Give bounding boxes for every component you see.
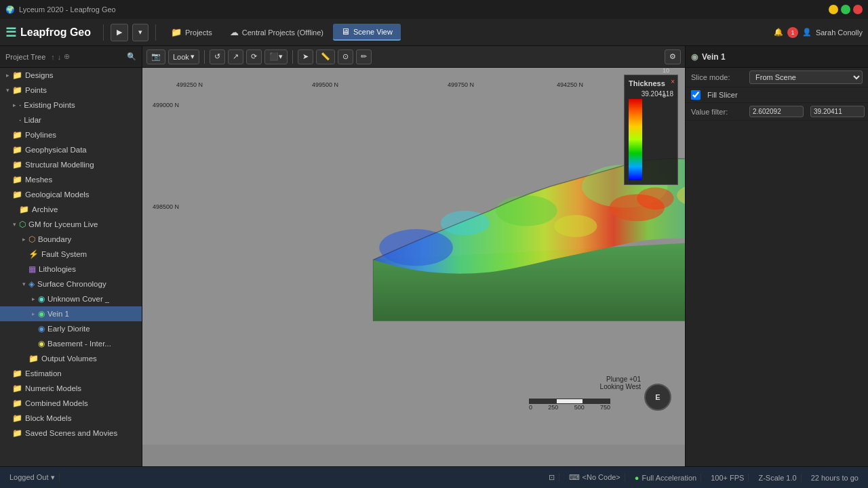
user-name: Sarah Conolly [816,28,863,37]
sidebar-item-numeric-models[interactable]: 📁Numeric Models [0,381,142,396]
sidebar-item-boundary[interactable]: ▸⬡Boundary [0,232,142,247]
sidebar-item-early-diorite[interactable]: ◉Early Diorite [0,321,142,336]
sidebar-item-output-volumes[interactable]: 📁Output Volumes [0,351,142,366]
search-button[interactable]: 🔍 [127,52,136,61]
sidebar-item-gm-lyceum[interactable]: ▾⬡GM for Lyceum Live [0,217,142,232]
sidebar-item-lithologies[interactable]: ▦Lithologies [0,262,142,277]
sidebar-item-fault-system[interactable]: ⚡Fault System [0,247,142,262]
fill-slicer-checkbox[interactable] [691,90,701,100]
value-filter-max-input[interactable] [810,106,865,117]
tree-icon-polylines: 📁 [12,130,22,140]
value-filter-label: Value filter: [691,108,745,116]
sidebar-item-estimation[interactable]: 📁Estimation [0,366,142,381]
sidebar-item-points[interactable]: ▾📁Points [0,83,142,98]
maximize-button[interactable] [841,5,850,14]
terrain-svg [183,88,685,346]
notification-icon[interactable]: 🔔 [774,28,783,37]
sidebar-item-meshes[interactable]: 📁Meshes [0,172,142,187]
tree-label-structural: Structural Modelling [25,161,94,169]
sidebar-item-structural[interactable]: 📁Structural Modelling [0,157,142,172]
sidebar-item-unknown-cover[interactable]: ▸◉Unknown Cover _ [0,291,142,306]
colorbar-close-button[interactable]: × [671,78,675,85]
tree-label-boundary: Boundary [38,235,71,243]
tree-arrow-points: ▾ [3,85,12,95]
central-nav[interactable]: ☁ Central Projects (Offline) [222,24,332,40]
layout-icon-item[interactable]: ⊡ [545,473,559,482]
settings-button[interactable]: ⚙ [665,49,681,64]
sidebar-header: Project Tree ↑ ↓ ⊕ 🔍 [0,46,142,68]
svg-point-6 [637,188,673,210]
pan-tool[interactable]: ⟳ [246,49,262,64]
tree-icon-geophysical: 📁 [12,145,22,155]
time-remaining-label: 22 hours to go [811,474,859,482]
tree-arrow-boundary: ▸ [19,235,28,244]
measure-tool[interactable]: 📏 [316,49,335,64]
tree-icon-saved-scenes: 📁 [12,428,22,438]
tree-arrow-block-models [3,413,12,423]
tree-icon-basement-inter: ◉ [38,339,45,348]
sidebar-item-polylines[interactable]: 📁Polylines [0,127,142,142]
tree-arrow-unknown-cover: ▸ [28,294,38,304]
sidebar-item-combined-models[interactable]: 📁Combined Models [0,396,142,411]
slice-mode-row: Slice mode: From Scene [686,68,868,87]
sidebar-item-geophysical[interactable]: 📁Geophysical Data [0,142,142,157]
nav-down-icon[interactable]: ↓ [58,53,62,61]
sidebar-item-vein1[interactable]: ▸◉Vein 1 [0,306,142,321]
sidebar-item-surface-chronology[interactable]: ▾◈Surface Chronology [0,277,142,291]
svg-point-8 [554,215,597,237]
vp-sep-1 [204,50,205,64]
draw-tool[interactable]: ✏ [356,49,372,64]
tree-label-numeric-models: Numeric Models [25,384,81,392]
tree-label-geological: Geological Models [25,190,90,199]
slice-tool[interactable]: ⊙ [338,49,353,64]
sidebar-item-block-models[interactable]: 📁Block Models [0,411,142,426]
tree-arrow-numeric-models [3,384,12,393]
sidebar-item-designs[interactable]: ▸📁Designs [0,68,142,83]
tree-arrow-lithologies [19,264,28,274]
minimize-button[interactable] [829,5,838,14]
scene-canvas[interactable]: 499250 N 499500 N 499750 N 494250 N 4990… [142,68,685,445]
value-filter-min-input[interactable] [749,106,804,117]
no-code-item[interactable]: ⌨ <No Code> [565,473,625,482]
sidebar-item-basement-inter[interactable]: ◉Basement - Inter... [0,336,142,351]
colorbar-gradient [629,99,642,180]
look-button[interactable]: Look▾ [168,49,199,64]
central-icon: ☁ [230,27,239,37]
sidebar-item-lidar[interactable]: ·Lidar [0,113,142,127]
fps-label: 100+ FPS [711,474,744,482]
sidebar-item-saved-scenes[interactable]: 📁Saved Scenes and Movies [0,426,142,441]
select-tool[interactable]: ↗ [228,49,243,64]
view-tool[interactable]: ⬛▾ [264,49,288,64]
arrow-tool[interactable]: ➤ [298,49,313,64]
app-name: Leapfrog Geo [20,26,91,39]
main-content: Project Tree ↑ ↓ ⊕ 🔍 ▸📁Designs▾📁Points▸·… [0,46,868,466]
sidebar-item-archive[interactable]: 📁Archive [0,202,142,217]
tree-icon-lithologies: ▦ [28,264,36,274]
no-code-label: ⌨ <No Code> [569,473,620,482]
tree-arrow-lidar [9,115,19,125]
sidebar-item-geological[interactable]: 📁Geological Models [0,187,142,202]
scale-0: 0 [529,404,532,411]
close-button[interactable] [853,5,863,14]
compass[interactable]: E [644,384,671,411]
colorbar: × Thickness 39.204118 30 20 10 0 [624,75,678,185]
sidebar-item-existing-points[interactable]: ▸·Existing Points [0,98,142,113]
tree-label-gm-lyceum: GM for Lyceum Live [28,220,98,228]
viewport-snapshot-button[interactable]: 📷 [146,49,165,64]
rotate-tool[interactable]: ↺ [210,49,225,64]
nav-up-icon[interactable]: ↑ [51,53,55,61]
tree-arrow-geological [3,190,12,199]
play-button[interactable]: ▶ [111,24,128,41]
scene-view-nav[interactable]: 🖥 Scene View [333,24,401,41]
dropdown-button[interactable]: ▾ [132,24,149,41]
logged-out-label: Logged Out ▾ [9,473,55,482]
logged-out-item[interactable]: Logged Out ▾ [5,473,60,482]
tree-label-points: Points [25,86,47,94]
axis-label-n1: 499250 N [176,81,203,88]
vp-sep-2 [292,50,293,64]
slice-mode-select[interactable]: From Scene [749,70,863,84]
nav-options-icon[interactable]: ⊕ [64,52,70,61]
projects-nav[interactable]: 📁 Projects [163,24,220,40]
window-controls [829,5,863,14]
tree-icon-points: 📁 [12,85,22,95]
